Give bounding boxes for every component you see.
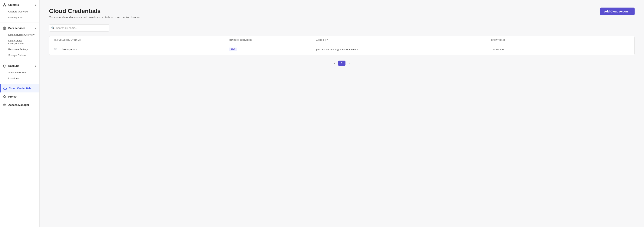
pds-badge: PDS <box>229 48 237 51</box>
data-services-icon <box>3 26 6 30</box>
sidebar-group-clusters-header[interactable]: Clusters ▲ <box>0 1 40 9</box>
table-row: aws backup-······· PDS pds-account-admin… <box>49 44 634 55</box>
cloud-account-name-cell: aws backup-······· <box>54 47 229 52</box>
page-title: Cloud Credentials <box>49 8 141 15</box>
divider-3 <box>0 83 40 83</box>
sidebar-item-project[interactable]: Project <box>0 92 40 101</box>
pagination-next-button[interactable]: › <box>346 60 351 66</box>
col-header-created-at: CREATED AT <box>491 39 622 41</box>
search-icon: 🔍 <box>51 27 54 30</box>
sidebar-item-locations[interactable]: Locations <box>0 76 40 81</box>
svg-point-7 <box>4 104 5 105</box>
cloud-icon <box>3 86 7 90</box>
sidebar-group-data-services-header[interactable]: Data services ▲ <box>0 24 40 32</box>
svg-text:aws: aws <box>54 48 57 50</box>
backups-icon <box>3 64 6 68</box>
sidebar-group-data-services: Data services ▲ Data Services Overview D… <box>0 23 40 59</box>
access-manager-icon <box>3 103 6 107</box>
sidebar-group-backups: Backups ▲ Schedule Policy Locations <box>0 61 40 82</box>
search-input[interactable] <box>49 24 110 32</box>
sidebar-item-resource-settings[interactable]: Resource Settings <box>0 46 40 52</box>
backups-group-label: Backups <box>8 64 19 67</box>
svg-line-4 <box>4 4 6 6</box>
sidebar-item-storage-options[interactable]: Storage Options <box>0 52 40 58</box>
sidebar-item-cloud-credentials[interactable]: Cloud Credentials <box>0 84 40 92</box>
sidebar-item-access-manager[interactable]: Access Manager <box>0 101 40 109</box>
add-cloud-account-button[interactable]: Add Cloud Account <box>600 8 634 15</box>
project-icon <box>3 95 6 99</box>
sidebar-item-clusters-overview[interactable]: Clusters Overview <box>0 9 40 15</box>
sidebar-group-clusters: Clusters ▲ Clusters Overview Namespaces <box>0 0 40 22</box>
svg-marker-6 <box>3 95 6 98</box>
svg-point-5 <box>3 27 6 28</box>
sidebar-item-data-services-overview[interactable]: Data Services Overview <box>0 32 40 38</box>
pagination-page-1-button[interactable]: 1 <box>338 61 346 66</box>
svg-line-3 <box>4 4 4 6</box>
backups-chevron-icon: ▲ <box>34 65 36 67</box>
data-services-chevron-icon: ▲ <box>34 27 36 29</box>
table-header-row: CLOUD ACCOUNT NAME ENABLED SERVICES ADDE… <box>49 36 634 44</box>
search-bar-wrapper: 🔍 <box>49 24 110 32</box>
sidebar-item-namespaces[interactable]: Namespaces <box>0 15 40 20</box>
row-menu-button[interactable]: ⋮ <box>622 47 630 52</box>
clusters-chevron-icon: ▲ <box>34 4 36 6</box>
data-services-group-label: Data services <box>8 27 25 30</box>
access-manager-label: Access Manager <box>8 103 29 106</box>
enabled-services-cell: PDS <box>229 48 316 51</box>
col-header-enabled-services: ENABLED SERVICES <box>229 39 316 41</box>
col-header-actions <box>622 39 630 41</box>
aws-logo: aws <box>54 47 60 52</box>
added-by-cell: pds-account-admin@purestorage.com <box>316 48 491 51</box>
divider-2 <box>0 60 40 60</box>
pagination: ‹ 1 › <box>49 60 634 66</box>
col-header-cloud-account-name: CLOUD ACCOUNT NAME <box>54 39 229 41</box>
cloud-account-name-text: backup-······· <box>62 48 77 51</box>
credentials-table: CLOUD ACCOUNT NAME ENABLED SERVICES ADDE… <box>49 36 634 55</box>
pagination-prev-button[interactable]: ‹ <box>332 60 337 66</box>
page-title-block: Cloud Credentials You can add cloud acco… <box>49 8 141 19</box>
col-header-added-by: ADDED BY <box>316 39 491 41</box>
divider-1 <box>0 22 40 23</box>
page-header: Cloud Credentials You can add cloud acco… <box>49 8 634 19</box>
sidebar-item-schedule-policy[interactable]: Schedule Policy <box>0 70 40 76</box>
sidebar-group-backups-header[interactable]: Backups ▲ <box>0 62 40 70</box>
cloud-credentials-label: Cloud Credentials <box>9 87 32 90</box>
sidebar-item-data-service-configurations[interactable]: Data Service Configurations <box>0 38 40 46</box>
page-subtitle: You can add cloud accounts and provide c… <box>49 16 141 19</box>
clusters-group-label: Clusters <box>8 4 19 7</box>
main-content: Cloud Credentials You can add cloud acco… <box>40 0 644 227</box>
clusters-icon <box>3 3 6 7</box>
sidebar: Clusters ▲ Clusters Overview Namespaces … <box>0 0 40 227</box>
created-at-cell: 1 week ago <box>491 48 622 51</box>
project-label: Project <box>8 95 17 98</box>
